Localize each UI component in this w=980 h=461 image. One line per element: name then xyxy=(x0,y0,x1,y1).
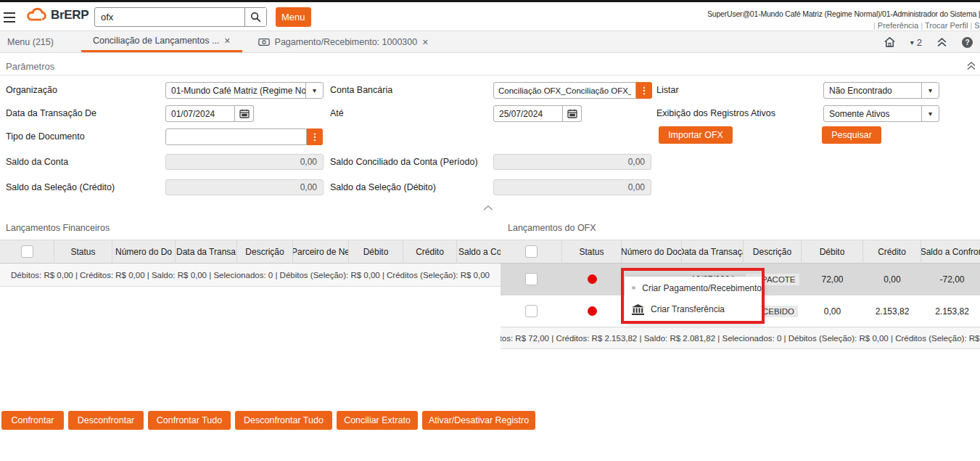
panel-collapse-handle[interactable] xyxy=(483,205,493,211)
row-checkbox[interactable] xyxy=(525,273,538,285)
ofx-table-header: Status Número do Doc Data da Transaçã De… xyxy=(501,240,980,264)
cloud-logo-icon xyxy=(26,7,48,23)
ofx-panel-title: Lançamentos do OFX xyxy=(508,223,596,233)
data-de-input[interactable] xyxy=(165,105,235,122)
tab-bar: Menu (215) Conciliação de Lançamentos ..… xyxy=(0,31,980,53)
column-header: Crédito xyxy=(403,240,457,264)
close-tab-icon[interactable]: × xyxy=(422,37,428,47)
app-header: BrERP Menu SuperUser@01-Mundo Café Matri… xyxy=(0,2,980,31)
organizacao-label: Organização xyxy=(6,82,57,98)
tab-conciliacao-label: Conciliação de Lançamentos ... xyxy=(93,36,219,46)
financial-panel-title: Lançamentos Financeiros xyxy=(6,223,110,233)
saldo-cell: -72,00 xyxy=(921,264,980,295)
banknote-icon xyxy=(258,38,270,46)
column-header: Débito xyxy=(349,240,403,264)
column-header: Saldo a Confron xyxy=(921,240,980,264)
select-all-checkbox[interactable] xyxy=(21,245,33,258)
conta-bancaria-lookup-button[interactable]: ⋮ xyxy=(636,82,652,99)
calendar-icon xyxy=(567,109,577,118)
column-header: Descrição xyxy=(237,240,293,264)
trocar-perfil-link[interactable]: Trocar Perfil xyxy=(925,21,968,30)
sair-link[interactable]: Sair xyxy=(974,21,980,30)
brerp-window: BrERP Menu SuperUser@01-Mundo Café Matri… xyxy=(0,0,980,461)
bank-icon xyxy=(632,304,644,315)
conta-bancaria-input[interactable] xyxy=(493,82,636,99)
saldo-sel-credito-value: 0,00 xyxy=(165,179,324,195)
select-all-checkbox[interactable] xyxy=(525,245,538,258)
pesquisar-button[interactable]: Pesquisar xyxy=(822,126,881,144)
window-count-dropdown[interactable]: ▾ 2 xyxy=(910,37,922,48)
debito-cell: 0,00 xyxy=(802,295,863,327)
search-input[interactable] xyxy=(95,8,244,26)
preferencia-link[interactable]: Preferência xyxy=(878,21,918,30)
ativar-desativar-registro-button[interactable]: Ativar/Desativar Registro xyxy=(422,411,535,430)
listar-select[interactable]: Não Encontrado ▾ xyxy=(823,82,939,99)
saldo-sel-credito-label: Saldo da Seleção (Crédito) xyxy=(6,179,115,195)
ate-calendar-button[interactable] xyxy=(563,105,582,122)
tab-pagamento-label: Pagamento/Recebimento: 1000300 xyxy=(275,37,418,47)
debito-cell: 72,00 xyxy=(802,264,863,295)
menu-button[interactable]: Menu xyxy=(276,7,311,27)
confrontar-tudo-button[interactable]: Confrontar Tudo xyxy=(148,411,231,430)
tab-conciliacao[interactable]: Conciliação de Lançamentos ... × xyxy=(81,31,242,52)
separator: | xyxy=(873,21,876,30)
tipo-documento-lookup-button[interactable]: ⋮ xyxy=(307,128,323,145)
ate-label: Até xyxy=(330,105,344,121)
status-dot-icon xyxy=(588,274,597,284)
saldo-cell: 2.153,82 xyxy=(921,295,980,327)
header-checkbox-cell xyxy=(0,240,54,264)
tipo-documento-input[interactable] xyxy=(165,128,307,145)
logo-text: BrERP xyxy=(51,8,88,23)
tab-pagamento[interactable]: Pagamento/Recebimento: 1000300 × xyxy=(247,31,440,52)
credito-cell: 2.153,82 xyxy=(863,295,921,327)
conta-bancaria-label: Conta Bancária xyxy=(330,82,392,98)
window-count: 2 xyxy=(917,37,922,48)
banknote-icon xyxy=(632,283,635,293)
listar-value: Não Encontrado xyxy=(824,86,921,96)
ellipsis-icon: ⋮ xyxy=(310,131,320,142)
conciliar-extrato-button[interactable]: Conciliar Extrato xyxy=(337,411,418,430)
column-header: Saldo a Confro xyxy=(457,240,501,264)
desconfrontar-button[interactable]: Desconfrontar xyxy=(68,411,144,430)
desconfrontar-tudo-button[interactable]: Desconfrontar Tudo xyxy=(235,411,332,430)
tab-menu[interactable]: Menu (215) xyxy=(0,31,65,52)
saldo-sel-debito-value: 0,00 xyxy=(493,179,651,195)
saldo-sel-debito-label: Saldo da Seleção (Débito) xyxy=(330,179,436,195)
credito-cell: 0,00 xyxy=(863,264,921,295)
confrontar-button[interactable]: Confrontar xyxy=(1,411,64,430)
column-header: Crédito xyxy=(863,240,921,264)
menu-item-criar-pagamento[interactable]: Criar Pagamento/Recebimento xyxy=(625,278,762,298)
close-tab-icon[interactable]: × xyxy=(224,36,230,46)
home-icon[interactable] xyxy=(884,36,896,48)
ate-field xyxy=(493,105,582,122)
collapse-tabs-icon[interactable] xyxy=(936,37,947,47)
help-icon[interactable]: ? xyxy=(962,37,973,48)
brerp-logo[interactable]: BrERP xyxy=(26,7,88,23)
column-header: Descrição xyxy=(744,240,802,264)
financial-table-header: Status Número do Do Data da Transa Descr… xyxy=(0,240,501,264)
row-context-menu: Criar Pagamento/Recebimento Criar Transf… xyxy=(625,277,762,321)
hamburger-menu-icon[interactable] xyxy=(4,12,15,23)
menu-item-criar-transferencia[interactable]: Criar Transferência xyxy=(625,299,762,319)
listar-label: Listar xyxy=(656,82,679,98)
divider xyxy=(0,75,980,76)
collapse-parameters-icon[interactable] xyxy=(966,61,976,70)
exibicao-value: Somente Ativos xyxy=(824,109,921,119)
saldo-conta-label: Saldo da Conta xyxy=(6,154,68,170)
ofx-table-totals: Débitos: R$ 72,00 | Créditos: R$ 2.153,8… xyxy=(501,327,980,349)
exibicao-select[interactable]: Somente Ativos ▾ xyxy=(823,105,939,122)
search-icon xyxy=(250,12,261,23)
separator: | xyxy=(921,21,923,30)
ate-input[interactable] xyxy=(493,105,563,122)
exibicao-label: Exibição dos Registros Ativos xyxy=(656,105,775,121)
importar-ofx-button[interactable]: Importar OFX xyxy=(659,126,733,144)
column-header: Número do Doc xyxy=(622,240,682,264)
data-de-calendar-button[interactable] xyxy=(235,105,254,122)
data-de-label: Data da Transação De xyxy=(6,105,96,121)
organizacao-select[interactable]: 01-Mundo Café Matriz (Regime Normal) ▾ xyxy=(165,82,324,99)
chevron-down-icon: ▾ xyxy=(305,83,323,98)
separator: | xyxy=(970,21,972,30)
row-checkbox[interactable] xyxy=(525,305,538,317)
data-de-field xyxy=(165,105,254,122)
search-button[interactable] xyxy=(244,8,266,26)
